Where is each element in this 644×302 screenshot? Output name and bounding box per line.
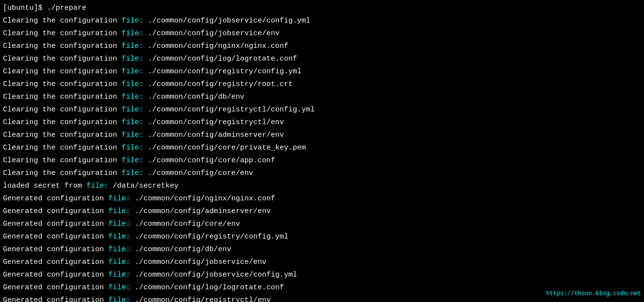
terminal-line: Generated configuration file: ./common/c… (3, 294, 641, 302)
terminal-line: Generated configuration file: ./common/c… (3, 193, 641, 205)
terminal-line: Generated configuration file: ./common/c… (3, 281, 641, 294)
terminal-line: Generated configuration file: ./common/c… (3, 218, 641, 231)
terminal-line: Clearing the configuration file: ./commo… (3, 27, 641, 40)
terminal-line: Generated configuration file: ./common/c… (3, 269, 641, 281)
terminal-line: Generated configuration file: ./common/c… (3, 243, 641, 256)
terminal-line: Clearing the configuration file: ./commo… (3, 167, 641, 180)
prompt-line: [ubuntu]$ ./prepare (3, 2, 641, 15)
terminal-line: Clearing the configuration file: ./commo… (3, 15, 641, 27)
terminal-line: Generated configuration file: ./common/c… (3, 256, 641, 269)
terminal-line: Clearing the configuration file: ./commo… (3, 154, 641, 167)
terminal-line: Clearing the configuration file: ./commo… (3, 116, 641, 129)
terminal-line: Clearing the configuration file: ./commo… (3, 65, 641, 78)
terminal-line: loaded secret from file: /data/secretkey (3, 180, 641, 193)
terminal-line: Clearing the configuration file: ./commo… (3, 104, 641, 116)
watermark: https://thson.blog.csdn.net (546, 287, 641, 300)
terminal-line: Clearing the configuration file: ./commo… (3, 78, 641, 91)
terminal-line: Clearing the configuration file: ./commo… (3, 53, 641, 65)
terminal-line: Clearing the configuration file: ./commo… (3, 129, 641, 142)
terminal-line: Generated configuration file: ./common/c… (3, 205, 641, 218)
terminal-line: Clearing the configuration file: ./commo… (3, 91, 641, 104)
terminal-window: [ubuntu]$ ./prepare Clearing the configu… (0, 0, 644, 302)
terminal-output: Clearing the configuration file: ./commo… (3, 15, 641, 302)
terminal-line: Clearing the configuration file: ./commo… (3, 142, 641, 154)
terminal-line: Generated configuration file: ./common/c… (3, 231, 641, 243)
terminal-line: Clearing the configuration file: ./commo… (3, 40, 641, 53)
